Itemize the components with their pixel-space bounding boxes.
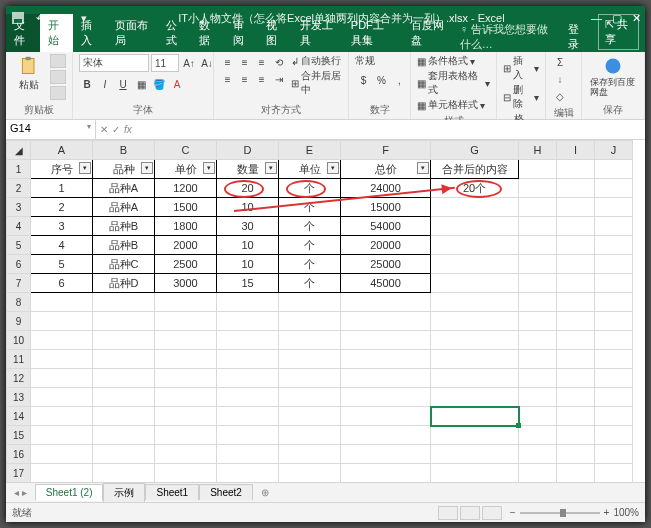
currency-icon[interactable]: $ [355, 72, 371, 88]
paste-button[interactable]: 粘贴 [12, 54, 46, 94]
clear-icon[interactable]: ◇ [552, 88, 568, 104]
table-row[interactable]: 32品种A150010个15000 [7, 198, 633, 217]
table-row[interactable]: 12 [7, 369, 633, 388]
table-row[interactable]: 15 [7, 426, 633, 445]
table-row[interactable]: 1 序号▾ 品种▾ 单价▾ 数量▾ 单位▾ 总价▾ 合并后的内容 [7, 160, 633, 179]
table-row[interactable]: 13 [7, 388, 633, 407]
sheet-tab[interactable]: Sheet1 (2) [35, 484, 104, 501]
share-button[interactable]: ⇱ 共享 [598, 14, 639, 50]
redo-icon[interactable]: ↷ [54, 10, 70, 26]
table-row[interactable]: 16 [7, 445, 633, 464]
col-A[interactable]: A [31, 141, 93, 160]
filter-icon[interactable]: ▾ [265, 162, 277, 174]
indent-icon[interactable]: ⇥ [271, 71, 287, 87]
delete-cells-button[interactable]: ⊟ 删除 ▾ [503, 83, 539, 111]
tab-layout[interactable]: 页面布局 [107, 14, 158, 52]
table-row[interactable]: 65品种C250010个25000 [7, 255, 633, 274]
align-top-icon[interactable]: ≡ [220, 54, 236, 70]
select-all[interactable]: ◢ [7, 141, 31, 160]
table-row[interactable]: 14 [7, 407, 633, 426]
sheet-tab[interactable]: Sheet2 [199, 484, 253, 500]
align-center-icon[interactable]: ≡ [237, 71, 253, 87]
fx-icon[interactable]: fx [124, 124, 132, 135]
sheet-tab[interactable]: 示例 [103, 483, 145, 502]
fill-icon[interactable]: ↓ [552, 71, 568, 87]
name-box[interactable]: G14 [6, 120, 96, 139]
conditional-format-button[interactable]: ▦ 条件格式 ▾ [417, 54, 490, 68]
tab-baidu[interactable]: 百度网盘 [403, 14, 454, 52]
enter-formula-icon[interactable]: ✓ [112, 124, 120, 135]
zoom-slider[interactable] [520, 512, 600, 514]
col-I[interactable]: I [557, 141, 595, 160]
number-format-select[interactable]: 常规 [355, 54, 407, 68]
active-cell[interactable] [431, 407, 519, 426]
table-row[interactable]: 17 [7, 464, 633, 483]
fill-color-icon[interactable]: 🪣 [151, 76, 167, 92]
border-icon[interactable]: ▦ [133, 76, 149, 92]
grid[interactable]: ◢ A B C D E F G H I J 1 序号▾ 品种▾ 单价▾ 数量▾ … [6, 140, 633, 482]
col-G[interactable]: G [431, 141, 519, 160]
font-size-select[interactable]: 11 [151, 54, 179, 72]
tell-me[interactable]: ♀ 告诉我您想要做什么… [454, 22, 563, 52]
col-H[interactable]: H [519, 141, 557, 160]
tab-view[interactable]: 视图 [258, 14, 292, 52]
col-B[interactable]: B [93, 141, 155, 160]
tab-review[interactable]: 审阅 [225, 14, 259, 52]
percent-icon[interactable]: % [373, 72, 389, 88]
table-row[interactable]: 9 [7, 312, 633, 331]
italic-icon[interactable]: I [97, 76, 113, 92]
table-row[interactable]: 11 [7, 350, 633, 369]
table-row[interactable]: 8 [7, 293, 633, 312]
table-row[interactable]: 10 [7, 331, 633, 350]
sheet-nav-prev[interactable]: ◂ ▸ [6, 487, 35, 498]
tab-pdf[interactable]: PDF工具集 [343, 14, 403, 52]
qat-more-icon[interactable]: ▾ [76, 10, 92, 26]
underline-icon[interactable]: U [115, 76, 131, 92]
align-right-icon[interactable]: ≡ [254, 71, 270, 87]
format-painter-button[interactable] [50, 86, 66, 100]
col-J[interactable]: J [595, 141, 633, 160]
merge-center-button[interactable]: ⊞ 合并后居中 [291, 69, 343, 97]
copy-button[interactable] [50, 70, 66, 84]
undo-icon[interactable]: ↶ [32, 10, 48, 26]
login-button[interactable]: 登录 [562, 22, 592, 52]
wrap-text-button[interactable]: ↲ 自动换行 [291, 54, 343, 68]
insert-cells-button[interactable]: ⊞ 插入 ▾ [503, 54, 539, 82]
cell-styles-button[interactable]: ▦ 单元格样式 ▾ [417, 98, 490, 112]
comma-icon[interactable]: , [391, 72, 407, 88]
filter-icon[interactable]: ▾ [141, 162, 153, 174]
view-pagebreak-button[interactable] [482, 506, 502, 520]
tab-data[interactable]: 数据 [191, 14, 225, 52]
view-layout-button[interactable] [460, 506, 480, 520]
save-baidu-button[interactable]: 保存到百度网盘 [588, 54, 638, 100]
align-left-icon[interactable]: ≡ [220, 71, 236, 87]
filter-icon[interactable]: ▾ [327, 162, 339, 174]
tab-formulas[interactable]: 公式 [158, 14, 192, 52]
col-E[interactable]: E [279, 141, 341, 160]
zoom-level[interactable]: 100% [613, 507, 639, 518]
col-F[interactable]: F [341, 141, 431, 160]
tab-dev[interactable]: 开发工具 [292, 14, 343, 52]
add-sheet-button[interactable]: ⊕ [253, 487, 277, 498]
cut-button[interactable] [50, 54, 66, 68]
col-C[interactable]: C [155, 141, 217, 160]
font-name-select[interactable]: 宋体 [79, 54, 149, 72]
col-D[interactable]: D [217, 141, 279, 160]
worksheet-area[interactable]: ◢ A B C D E F G H I J 1 序号▾ 品种▾ 单价▾ 数量▾ … [6, 140, 645, 482]
table-row[interactable]: 54品种B200010个20000 [7, 236, 633, 255]
filter-icon[interactable]: ▾ [417, 162, 429, 174]
increase-font-icon[interactable]: A↑ [181, 55, 197, 71]
filter-icon[interactable]: ▾ [203, 162, 215, 174]
autosum-icon[interactable]: Σ [552, 54, 568, 70]
font-color-icon[interactable]: A [169, 76, 185, 92]
cancel-formula-icon[interactable]: ✕ [100, 124, 108, 135]
filter-icon[interactable]: ▾ [79, 162, 91, 174]
view-normal-button[interactable] [438, 506, 458, 520]
table-row[interactable]: 43品种B180030个54000 [7, 217, 633, 236]
table-format-button[interactable]: ▦ 套用表格格式 ▾ [417, 69, 490, 97]
sheet-tab[interactable]: Sheet1 [145, 484, 199, 500]
align-middle-icon[interactable]: ≡ [237, 54, 253, 70]
save-icon[interactable] [10, 10, 26, 26]
table-row[interactable]: 76品种D300015个45000 [7, 274, 633, 293]
table-row[interactable]: 21品种A120020个2400020个 [7, 179, 633, 198]
